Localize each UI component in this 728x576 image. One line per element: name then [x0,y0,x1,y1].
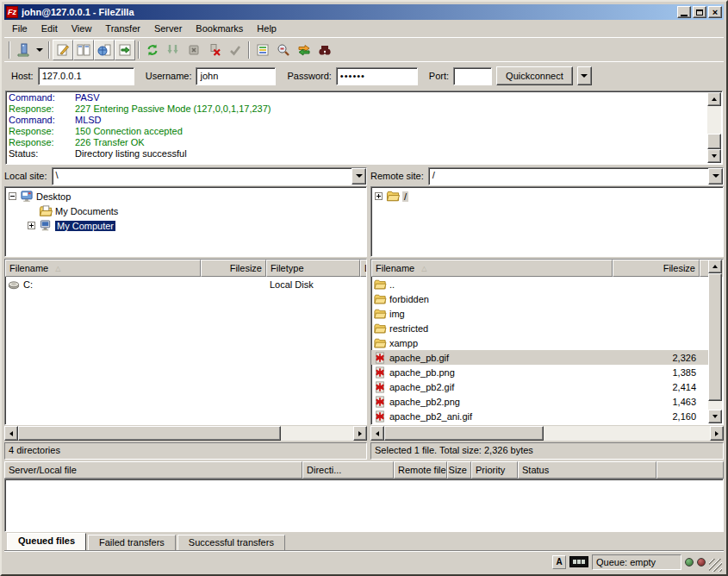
menu-help[interactable]: Help [250,22,283,35]
menu-bookmarks[interactable]: Bookmarks [189,22,250,35]
scroll-up-button[interactable] [707,92,721,106]
message-log: Command:PASV Response:227 Entering Passi… [5,91,723,165]
remote-row[interactable]: apache_pb2.png 1,463 [371,394,709,409]
remote-site-dropdown-button[interactable] [708,168,723,185]
menu-edit[interactable]: Edit [34,22,65,35]
compare-directories-button[interactable] [273,40,294,60]
scroll-up-button[interactable] [708,260,722,273]
menu-transfer[interactable]: Transfer [98,22,147,35]
site-manager-button[interactable] [13,40,34,60]
remote-site-combobox[interactable]: / [428,167,724,185]
toggle-local-tree-button[interactable] [73,40,94,60]
remote-row[interactable]: apache_pb2_ani.gif 2,160 [371,409,709,423]
host-input[interactable] [38,67,134,85]
maximize-button[interactable] [693,6,706,18]
disconnect-button[interactable] [204,40,225,60]
username-input[interactable] [196,67,276,85]
synchronized-browsing-button[interactable] [294,40,314,60]
resize-grip[interactable] [709,559,722,572]
scrollbar-thumb[interactable] [708,273,722,401]
expand-icon[interactable] [375,192,383,200]
filter-button[interactable] [252,40,273,60]
transfer-type-indicator[interactable]: A [552,555,566,569]
queue-header: Server/Local file Directi... Remote file… [4,461,724,479]
local-row-c-drive[interactable]: C: Local Disk [5,277,366,291]
file-size [201,277,266,291]
remote-row[interactable]: .. [371,277,709,291]
minimize-button[interactable] [677,6,691,18]
menu-file[interactable]: File [5,22,34,35]
scrollbar-thumb[interactable] [707,134,721,149]
remote-row[interactable]: img [371,306,709,321]
scrollbar-thumb[interactable] [384,426,544,441]
recv-led-indicator [685,558,694,567]
apply-button[interactable] [225,40,246,60]
scroll-down-button[interactable] [708,410,722,423]
port-input[interactable] [453,67,492,85]
column-header-filename[interactable]: Filename△ [5,260,201,277]
tree-item-my-computer[interactable]: My Computer [9,218,366,233]
remote-row[interactable]: apache_pb2.gif 2,414 [371,379,709,394]
quickconnect-dropdown-button[interactable] [577,66,592,85]
remote-row[interactable]: xampp [371,335,709,350]
column-header-filename[interactable]: Filename△ [371,260,613,277]
quickconnect-button[interactable]: Quickconnect [496,66,573,85]
tab-failed-transfers[interactable]: Failed transfers [88,535,176,551]
title-bar[interactable]: Fz john@127.0.0.1 - FileZilla × [4,4,724,20]
status-bar: A Queue: empty [4,551,724,572]
local-list-header: Filename△ Filesize Filetype L [5,260,366,277]
log-line: Command:MLSD [9,115,706,126]
scroll-left-button[interactable] [370,426,384,441]
tree-item-my-documents[interactable]: My Documents [9,203,366,218]
column-header-priority[interactable]: Priority [471,461,518,479]
column-header-server-local-file[interactable]: Server/Local file [4,461,302,479]
scroll-right-button[interactable] [710,426,724,441]
column-header-direction[interactable]: Directi... [302,461,394,479]
remote-horizontal-scrollbar[interactable] [370,426,724,441]
menu-view[interactable]: View [65,22,99,35]
column-header-filler [656,461,724,479]
tab-successful-transfers[interactable]: Successful transfers [177,535,285,551]
local-site-dropdown-button[interactable] [352,168,366,185]
tree-item-root[interactable]: / [375,189,723,203]
close-button[interactable]: × [708,6,722,18]
remote-row-selected[interactable]: apache_pb.gif 2,326 [371,350,709,365]
column-header-filetype[interactable]: Filetype [266,260,360,277]
process-queue-button[interactable] [163,40,184,60]
remote-row[interactable]: restricted [371,321,709,335]
remote-row[interactable]: apache_pb.png 1,385 [371,365,709,379]
scroll-right-button[interactable] [353,426,367,441]
site-manager-dropdown-button[interactable] [34,40,46,60]
scroll-down-button[interactable] [707,149,721,163]
column-header-filesize[interactable]: Filesize [201,260,266,277]
column-header-filesize[interactable]: Filesize [613,260,700,277]
folder-icon [373,337,387,349]
column-header-size[interactable]: Size [447,461,471,479]
host-label: Host: [11,71,34,81]
password-input[interactable] [336,67,418,85]
refresh-button[interactable] [142,40,163,60]
toggle-log-button[interactable] [53,40,73,60]
toggle-queue-button[interactable] [115,40,135,60]
scroll-left-button[interactable] [4,426,18,441]
local-site-combobox[interactable]: \ [52,167,367,185]
cancel-button[interactable] [184,40,204,60]
log-scrollbar[interactable] [707,92,721,163]
menu-server[interactable]: Server [147,22,189,35]
local-horizontal-scrollbar[interactable] [4,426,367,441]
remote-row[interactable]: forbidden [371,291,709,306]
disk-drive-icon [7,279,21,291]
column-header-last-modified[interactable]: L [360,260,367,277]
scrollbar-thumb[interactable] [18,426,281,441]
collapse-icon[interactable] [9,192,16,200]
speed-limit-icon[interactable] [569,556,588,567]
toggle-remote-tree-button[interactable] [94,40,115,60]
find-files-button[interactable] [314,40,335,60]
toolbar-separator [248,41,250,59]
remote-vertical-scrollbar[interactable] [708,260,722,423]
tab-queued-files[interactable]: Queued files [7,533,86,551]
tree-item-desktop[interactable]: Desktop [9,189,366,203]
column-header-status[interactable]: Status [518,461,656,479]
column-header-remote-file[interactable]: Remote file [394,461,447,479]
expand-icon[interactable] [28,222,35,229]
